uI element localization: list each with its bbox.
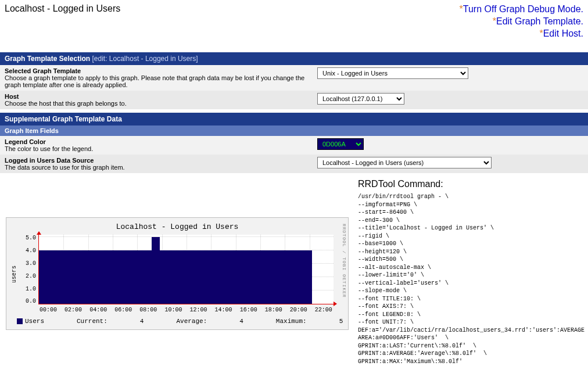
section-graph-template-selection: Graph Template Selection [edit: Localhos… [0, 52, 588, 65]
plot-canvas [38, 235, 334, 304]
edit-host-link[interactable]: Edit Host. [543, 28, 583, 38]
legend-swatch [17, 318, 23, 324]
debug-links: *Turn Off Graph Debug Mode. *Edit Graph … [460, 3, 583, 40]
selected-template-label: Selected Graph Template Choose a graph t… [0, 65, 313, 91]
section-supplemental: Supplemental Graph Template Data [0, 113, 588, 125]
legend-color-label: Legend Color The color to use for the le… [0, 136, 313, 155]
graph-title: Localhost - Logged in Users [11, 223, 343, 231]
data-source-select[interactable]: Localhost - Logged in Users (users) [317, 157, 492, 168]
arrow-up-icon [37, 231, 41, 235]
graph-legend: UsersCurrent:4Average:4Maximum:5 [11, 318, 343, 325]
page-title: Localhost - Logged in Users [5, 3, 120, 14]
turn-off-debug-link[interactable]: Turn Off Graph Debug Mode. [463, 4, 583, 14]
selected-template-select[interactable]: Unix - Logged in Users [317, 67, 468, 79]
graph-preview: Localhost - Logged in Users RRDTOOL / TO… [6, 217, 349, 330]
section-graph-item-fields: Graph Item Fields [0, 125, 588, 136]
arrow-right-icon [334, 302, 337, 306]
data-source-label: Logged in Users Data Source The data sou… [0, 155, 313, 173]
rrdtool-command-title: RRDTool Command: [358, 179, 588, 189]
edit-graph-template-link[interactable]: Edit Graph Template. [496, 16, 583, 26]
host-select[interactable]: Localhost (127.0.0.1) [317, 93, 404, 105]
host-label: Host Choose the host that this graph bel… [0, 91, 313, 109]
rrdtool-brand: RRDTOOL / TOBI OETIKER [342, 224, 347, 298]
x-axis-ticks: 00:00 02:00 04:00 06:00 08:00 10:00 12:0… [38, 307, 334, 313]
edit-note: [edit: Localhost - Logged in Users] [92, 55, 198, 63]
y-axis-label: users [11, 265, 17, 283]
rrdtool-command-text: /usr/bin/rrdtool graph - \ --imgformat=P… [358, 193, 588, 365]
y-axis-ticks: 5.0 4.0 3.0 2.0 1.0 0.0 [20, 235, 36, 304]
legend-color-select[interactable]: 0D006A [317, 138, 364, 150]
